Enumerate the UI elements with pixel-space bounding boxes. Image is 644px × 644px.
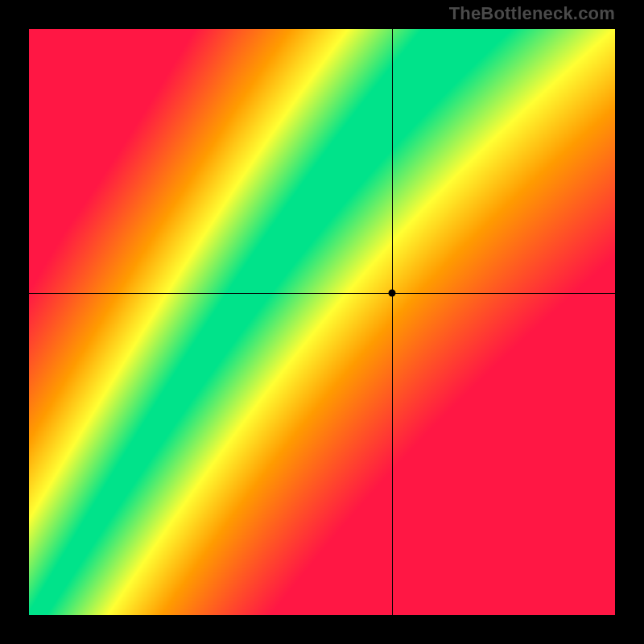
crosshair-horizontal [0, 293, 644, 294]
watermark-text: TheBottleneck.com [449, 3, 615, 24]
chart-frame: TheBottleneck.com [0, 0, 644, 644]
crosshair-vertical [392, 0, 393, 644]
data-point-marker [389, 289, 396, 296]
bottleneck-heatmap [29, 29, 615, 615]
